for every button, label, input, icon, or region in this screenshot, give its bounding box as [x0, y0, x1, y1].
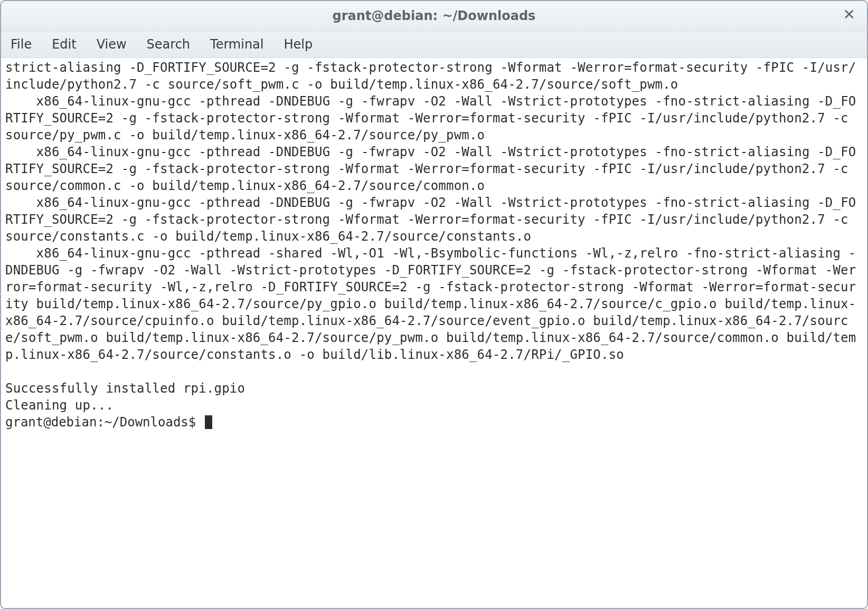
menubar: File Edit View Search Terminal Help [1, 31, 867, 58]
titlebar: grant@debian: ~/Downloads ✕ [1, 1, 867, 31]
close-icon[interactable]: ✕ [843, 7, 855, 22]
menu-edit[interactable]: Edit [52, 37, 76, 52]
terminal-prompt: grant@debian:~/Downloads$ [5, 414, 204, 431]
terminal-output: strict-aliasing -D_FORTIFY_SOURCE=2 -g -… [5, 59, 863, 414]
menu-view[interactable]: View [97, 37, 127, 52]
terminal-prompt-line[interactable]: grant@debian:~/Downloads$ [5, 414, 863, 431]
window-title: grant@debian: ~/Downloads [333, 8, 536, 23]
menu-file[interactable]: File [11, 37, 32, 52]
menu-terminal[interactable]: Terminal [210, 37, 263, 52]
cursor-icon [205, 415, 212, 429]
terminal-viewport[interactable]: strict-aliasing -D_FORTIFY_SOURCE=2 -g -… [1, 58, 867, 608]
terminal-window: grant@debian: ~/Downloads ✕ File Edit Vi… [0, 0, 868, 609]
menu-search[interactable]: Search [147, 37, 190, 52]
menu-help[interactable]: Help [284, 37, 313, 52]
